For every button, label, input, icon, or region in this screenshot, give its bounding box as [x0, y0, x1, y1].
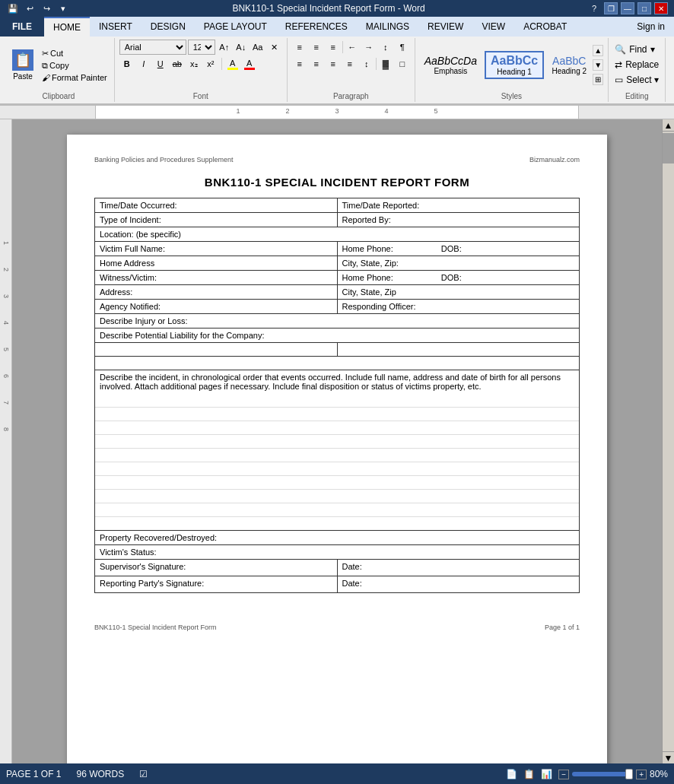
replace-button[interactable]: ⇄ Replace [613, 58, 660, 71]
divider [221, 58, 222, 70]
quick-access-dropdown[interactable]: ▾ [56, 2, 70, 14]
center-button[interactable]: ≡ [309, 56, 324, 71]
scrollbar-down-button[interactable]: ▼ [663, 751, 674, 763]
font-color-button[interactable]: A [242, 56, 257, 71]
show-paragraph-button[interactable]: ¶ [395, 40, 410, 55]
undo-button[interactable]: ↩ [23, 2, 37, 14]
scrollbar-up-button[interactable]: ▲ [663, 119, 674, 132]
zoom-in-button[interactable]: + [636, 770, 647, 779]
table-row [95, 434, 580, 448]
styles-expand-button[interactable]: ⊞ [593, 74, 603, 85]
shading-button[interactable]: ▓ [378, 56, 393, 71]
italic-button[interactable]: I [136, 56, 151, 71]
page-info: PAGE 1 OF 1 [6, 769, 61, 779]
sign-in-button[interactable]: Sign in [628, 17, 674, 37]
tab-insert[interactable]: INSERT [90, 17, 141, 37]
search-icon: 🔍 [615, 44, 626, 55]
reported-by-label: Reported By: [337, 213, 580, 227]
supervisor-signature-label: Supervisor's Signature: [95, 559, 338, 576]
table-row [95, 516, 580, 530]
numbered-list-button[interactable]: ≡ [309, 40, 324, 55]
subscript-button[interactable]: x₂ [186, 56, 202, 71]
styles-down-button[interactable]: ▼ [593, 59, 603, 71]
multilevel-list-button[interactable]: ≡ [326, 40, 341, 55]
restore-button[interactable]: ❐ [604, 2, 618, 14]
tab-view[interactable]: VIEW [472, 17, 514, 37]
proofing-icon: ☑ [139, 769, 148, 779]
strikethrough-button[interactable]: ab [170, 56, 185, 71]
text-highlight-button[interactable]: A [225, 56, 240, 71]
para-row-1: ≡ ≡ ≡ ← → ↕ ¶ [292, 40, 410, 55]
clipboard-controls: 📋 Paste ✂ Cut ⧉ Copy 🖌 Format Painter [8, 40, 110, 90]
tab-acrobat[interactable]: ACROBAT [514, 17, 576, 37]
paste-label: Paste [13, 72, 33, 81]
sort-button[interactable]: ↕ [378, 40, 393, 55]
line-spacing-button[interactable]: ↕ [359, 56, 374, 71]
page-footer: BNK110-1 Special Incident Report Form Pa… [94, 624, 580, 631]
zoom-out-button[interactable]: − [558, 770, 569, 779]
tab-page-layout[interactable]: PAGE LAYOUT [195, 17, 276, 37]
align-left-button[interactable]: ≡ [292, 56, 307, 71]
styles-up-button[interactable]: ▲ [593, 45, 603, 56]
horizontal-ruler: 1 2 3 4 5 [0, 106, 674, 119]
tab-review[interactable]: REVIEW [418, 17, 472, 37]
styles-label: Styles [420, 90, 603, 100]
underline-button[interactable]: U [153, 56, 168, 71]
save-button[interactable]: 💾 [6, 2, 20, 14]
editing-controls: 🔍 Find ▾ ⇄ Replace ▭ Select ▾ [613, 40, 660, 90]
font-group: Arial 12 A↑ A↓ Aa ✕ B I U ab x₂ x² [115, 38, 288, 102]
align-right-button[interactable]: ≡ [326, 56, 341, 71]
web-layout-icon[interactable]: 📊 [541, 769, 552, 779]
format-painter-button[interactable]: 🖌 Format Painter [40, 72, 110, 83]
highlight-color-bar [227, 68, 238, 70]
find-button[interactable]: 🔍 Find ▾ [613, 43, 656, 56]
print-layout-icon[interactable]: 📋 [523, 769, 535, 779]
tab-file[interactable]: FILE [0, 17, 44, 37]
read-mode-icon[interactable]: 📄 [506, 769, 517, 779]
grow-font-button[interactable]: A↑ [217, 40, 232, 55]
select-button[interactable]: ▭ Select ▾ [613, 73, 660, 87]
superscript-button[interactable]: x² [203, 56, 218, 71]
quick-access-toolbar[interactable]: 💾 ↩ ↪ ▾ [6, 2, 70, 14]
tab-design[interactable]: DESIGN [141, 17, 195, 37]
scrollbar-thumb[interactable] [663, 133, 674, 163]
witness-victim-label: Witness/Victim: [95, 271, 338, 285]
table-row: Property Recovered/Destroyed: [95, 530, 580, 544]
style-emphasis[interactable]: AaBbCcDa Emphasis [420, 53, 482, 77]
bold-button[interactable]: B [119, 56, 135, 71]
vertical-scrollbar[interactable]: ▲ ▼ [662, 119, 674, 763]
font-label: Font [119, 90, 282, 100]
help-button[interactable]: ? [587, 2, 601, 14]
borders-button[interactable]: □ [395, 56, 410, 71]
redo-button[interactable]: ↪ [40, 2, 53, 14]
tab-mailings[interactable]: MAILINGS [357, 17, 418, 37]
change-case-button[interactable]: Aa [250, 40, 265, 55]
window-controls[interactable]: ? ❐ — □ ✕ [587, 2, 668, 14]
font-color-bar [244, 68, 255, 70]
shrink-font-button[interactable]: A↓ [234, 40, 249, 55]
bullet-list-button[interactable]: ≡ [292, 40, 307, 55]
maximize-button[interactable]: □ [637, 2, 651, 14]
increase-indent-button[interactable]: → [361, 40, 377, 55]
minimize-button[interactable]: — [621, 2, 634, 14]
tab-home[interactable]: HOME [44, 17, 90, 37]
title-bar: 💾 ↩ ↪ ▾ BNK110-1 Special Incident Report… [0, 0, 674, 17]
table-row [95, 462, 580, 475]
paste-button[interactable]: 📋 Paste [8, 48, 38, 82]
clear-formatting-button[interactable]: ✕ [267, 40, 282, 55]
font-size-select[interactable]: 12 [188, 40, 215, 55]
style-heading1[interactable]: AaBbCc Heading 1 [485, 51, 544, 79]
zoom-thumb[interactable] [625, 769, 633, 779]
cut-button[interactable]: ✂ Cut [40, 48, 110, 59]
left-ruler: 1 2 3 4 5 6 7 8 [0, 119, 12, 763]
font-family-select[interactable]: Arial [119, 40, 186, 55]
tab-references[interactable]: REFERENCES [276, 17, 357, 37]
decrease-indent-button[interactable]: ← [345, 40, 360, 55]
copy-icon: ⧉ [42, 61, 48, 71]
copy-button[interactable]: ⧉ Copy [40, 60, 110, 71]
style-heading2[interactable]: AaBbC Heading 2 [547, 53, 591, 77]
close-button[interactable]: ✕ [654, 2, 668, 14]
divider [342, 41, 343, 53]
justify-button[interactable]: ≡ [342, 56, 358, 71]
ribbon: FILE HOME INSERT DESIGN PAGE LAYOUT REFE… [0, 17, 674, 106]
